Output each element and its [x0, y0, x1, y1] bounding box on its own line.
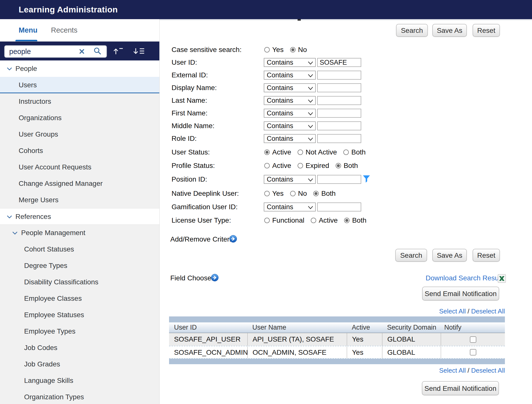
app-title: Learning Administration [19, 0, 118, 19]
position-id-input[interactable] [317, 175, 361, 184]
first-name-operator-select[interactable]: Contains [264, 109, 316, 118]
radio-no[interactable] [290, 191, 296, 196]
field-chooser-icon[interactable] [211, 274, 219, 283]
sidebar-item-organization-types[interactable]: Organization Types [0, 389, 159, 404]
radio-functional[interactable] [264, 218, 270, 223]
native-deeplink-radio-group: Yes No Both [264, 189, 342, 198]
gamification-user-id-operator-select[interactable]: Contains [264, 202, 316, 211]
form-row-case-sensitive: Case sensitive search: Yes No [0, 45, 532, 54]
deselect-all-link[interactable]: Deselect All [471, 367, 505, 374]
gamification-user-id-input[interactable] [317, 202, 361, 211]
sidebar-item-cohort-statuses[interactable]: Cohort Statuses [0, 241, 159, 257]
add-remove-criteria-icon[interactable] [229, 235, 237, 244]
excel-icon[interactable] [498, 274, 506, 284]
sidebar-item-degree-types[interactable]: Degree Types [0, 257, 159, 274]
profile-status-radio-group: Active Expired Both [264, 161, 364, 170]
form-row-position-id: Position ID: Contains [0, 175, 532, 184]
sidebar-group-people-management[interactable]: People Management [0, 225, 159, 241]
display-name-operator-select[interactable]: Contains [264, 83, 316, 92]
sidebar-item-employee-statuses[interactable]: Employee Statuses [0, 307, 159, 323]
sidebar-item-employee-classes[interactable]: Employee Classes [0, 290, 159, 307]
position-id-operator-select[interactable]: Contains [264, 175, 316, 184]
chevron-down-icon [308, 125, 313, 129]
notify-cell [441, 333, 505, 346]
column-header-security-domain-id[interactable]: Security Domain ID [382, 322, 441, 333]
table-row: SOSAFE_OCN_ADMIN OCN_ADMIN, SOSAFE Yes G… [169, 346, 505, 359]
selection-links-top: Select All / Deselect All [169, 307, 505, 315]
table-bottom-band [169, 359, 505, 364]
download-search-results-link[interactable]: Download Search Results [426, 274, 506, 282]
middle-name-operator-select[interactable]: Contains [264, 121, 316, 130]
form-row-native-deeplink: Native Deeplink User: Yes No Both [0, 189, 532, 198]
add-remove-criteria-label[interactable]: Add/Remove Criteria [170, 235, 235, 243]
external-id-operator-select[interactable]: Contains [264, 71, 316, 80]
active-cell: Yes [347, 346, 382, 358]
sidebar-item-employee-types[interactable]: Employee Types [0, 323, 159, 340]
send-email-notification-button[interactable]: Send Email Notification [422, 287, 499, 301]
sidebar-item-disability-classifications[interactable]: Disability Classifications [0, 274, 159, 290]
search-button[interactable]: Search [396, 24, 428, 37]
chevron-down-icon [308, 206, 313, 210]
form-row-first-name: First Name: Contains [0, 109, 532, 118]
radio-no[interactable] [290, 47, 296, 52]
last-name-input[interactable] [317, 96, 361, 105]
form-row-profile-status: Profile Status: Active Expired Both [0, 161, 532, 170]
form-row-display-name: Display Name: Contains [0, 83, 532, 92]
radio-active[interactable] [264, 150, 270, 155]
radio-both[interactable] [313, 191, 319, 196]
reset-button[interactable]: Reset [473, 24, 500, 37]
field-chooser-label[interactable]: Field Chooser [170, 274, 214, 282]
chevron-down-icon [308, 99, 313, 104]
select-all-link[interactable]: Select All [439, 307, 466, 315]
reset-button[interactable]: Reset [473, 249, 500, 262]
first-name-input[interactable] [317, 109, 361, 118]
save-as-button[interactable]: Save As [432, 249, 467, 262]
radio-expired[interactable] [298, 163, 303, 168]
last-name-operator-select[interactable]: Contains [264, 96, 316, 105]
chevron-down-icon [308, 61, 313, 66]
security-domain-cell: GLOBAL [382, 346, 441, 358]
user-id-input[interactable] [317, 58, 361, 67]
filter-icon[interactable] [363, 175, 370, 184]
user-id-link[interactable]: SOSAFE_OCN_ADMIN [169, 346, 247, 358]
radio-both[interactable] [343, 150, 349, 155]
role-id-operator-select[interactable]: Contains [264, 134, 316, 143]
results-table-header: User ID User Name Active Security Domain… [169, 322, 505, 333]
radio-yes[interactable] [264, 191, 270, 196]
radio-active[interactable] [264, 163, 270, 168]
radio-not-active[interactable] [298, 150, 303, 155]
select-all-link[interactable]: Select All [439, 367, 466, 374]
user-name-cell: API_USER (TA), SOSAFE [247, 333, 347, 346]
role-id-input[interactable] [317, 134, 361, 143]
user-id-link[interactable]: SOSAFE_API_USER [169, 333, 247, 346]
search-button[interactable]: Search [395, 249, 427, 262]
sidebar-item-job-codes[interactable]: Job Codes [0, 340, 159, 356]
column-header-active[interactable]: Active [347, 322, 382, 333]
radio-active[interactable] [311, 218, 316, 223]
tab-menu[interactable]: Menu [19, 19, 38, 41]
radio-yes[interactable] [264, 47, 270, 52]
selection-links-bottom: Select All / Deselect All [169, 367, 505, 374]
form-row-gamification-user-id: Gamification User ID: Contains [0, 202, 532, 211]
display-name-input[interactable] [317, 83, 361, 92]
active-cell: Yes [347, 333, 382, 346]
radio-both[interactable] [344, 218, 350, 223]
notify-checkbox[interactable] [470, 349, 476, 355]
deselect-all-link[interactable]: Deselect All [471, 307, 505, 315]
sidebar-item-job-grades[interactable]: Job Grades [0, 356, 159, 372]
column-header-notify[interactable]: Notify [441, 322, 505, 333]
save-as-button[interactable]: Save As [432, 24, 467, 37]
tab-recents[interactable]: Recents [51, 19, 77, 41]
middle-name-input[interactable] [317, 121, 361, 130]
form-row-last-name: Last Name: Contains [0, 96, 532, 105]
send-email-notification-button[interactable]: Send Email Notification [422, 381, 499, 395]
sidebar-item-language-skills[interactable]: Language Skills [0, 372, 159, 389]
column-header-user-name[interactable]: User Name [247, 322, 347, 333]
clipped-content [298, 19, 301, 21]
radio-both[interactable] [336, 163, 341, 168]
link-separator: / [468, 307, 471, 315]
column-header-user-id[interactable]: User ID [169, 322, 247, 333]
external-id-input[interactable] [317, 71, 361, 80]
notify-checkbox[interactable] [470, 336, 476, 343]
user-id-operator-select[interactable]: Contains [264, 58, 316, 67]
